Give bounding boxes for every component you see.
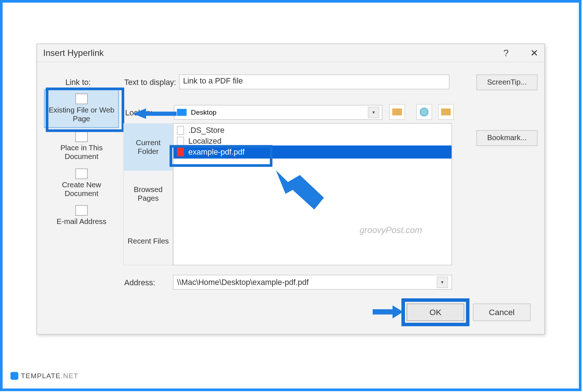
envelope-icon (76, 205, 88, 216)
ok-button[interactable]: OK (407, 303, 464, 321)
help-button[interactable]: ? (503, 47, 509, 58)
chevron-down-icon[interactable]: ▾ (368, 107, 379, 118)
watermark-text: groovyPost.com (360, 225, 422, 235)
dialog-titlebar: Insert Hyperlink ? ✕ (37, 44, 544, 62)
bookmark-button[interactable]: Bookmark... (477, 130, 538, 146)
close-button[interactable]: ✕ (530, 47, 538, 58)
file-row[interactable]: .DS_Store (174, 124, 452, 137)
tab-recent-files[interactable]: Recent Files (124, 218, 173, 265)
link-to-label: Link to: (65, 78, 91, 87)
tutorial-frame: Insert Hyperlink ? ✕ Link to: Text to di… (0, 0, 582, 391)
look-in-combo[interactable]: Desktop ▾ (174, 105, 382, 120)
browse-file-button[interactable] (438, 104, 454, 120)
template-logo-icon (11, 372, 19, 380)
chevron-down-icon[interactable]: ▾ (437, 277, 448, 288)
link-to-options: Existing File or Web Page Place in This … (44, 89, 119, 230)
folder-open-icon (441, 109, 450, 115)
insert-hyperlink-dialog: Insert Hyperlink ? ✕ Link to: Text to di… (37, 44, 545, 335)
folder-up-icon (392, 109, 402, 115)
address-label: Address: (124, 278, 155, 287)
tab-browsed-pages[interactable]: Browsed Pages (124, 171, 173, 218)
link-to-place-in-document[interactable]: Place in This Document (44, 128, 119, 165)
up-folder-button[interactable] (389, 104, 405, 120)
browse-tabs: Current Folder Browsed Pages Recent File… (124, 123, 173, 265)
browse-web-button[interactable] (416, 104, 432, 120)
file-row[interactable]: Localized (174, 137, 452, 146)
dialog-title: Insert Hyperlink (43, 48, 104, 58)
cancel-button[interactable]: Cancel (473, 303, 530, 321)
link-to-existing-file[interactable]: Existing File or Web Page (44, 89, 119, 128)
text-to-display-label: Text to display: (124, 78, 176, 87)
text-to-display-input[interactable]: Link to a PDF file (179, 74, 449, 89)
annotation-arrow-icon (373, 305, 403, 318)
folder-icon (177, 109, 186, 116)
template-net-brand: TEMPLATE.NET (11, 372, 78, 380)
tab-current-folder[interactable]: Current Folder (124, 124, 173, 171)
file-icon (177, 126, 184, 135)
link-to-email-address[interactable]: E-mail Address (44, 202, 119, 230)
new-document-icon (76, 168, 88, 179)
file-row-selected[interactable]: example-pdf.pdf (174, 146, 452, 159)
link-to-create-new-document[interactable]: Create New Document (44, 165, 119, 202)
globe-page-icon (76, 94, 88, 104)
document-bookmark-icon (76, 131, 88, 142)
address-input[interactable]: \\Mac\Home\Desktop\example-pdf.pdf ▾ (173, 275, 452, 290)
file-icon (177, 137, 184, 146)
globe-icon (420, 107, 429, 116)
pdf-icon (177, 148, 184, 156)
screentip-button[interactable]: ScreenTip... (477, 74, 538, 90)
